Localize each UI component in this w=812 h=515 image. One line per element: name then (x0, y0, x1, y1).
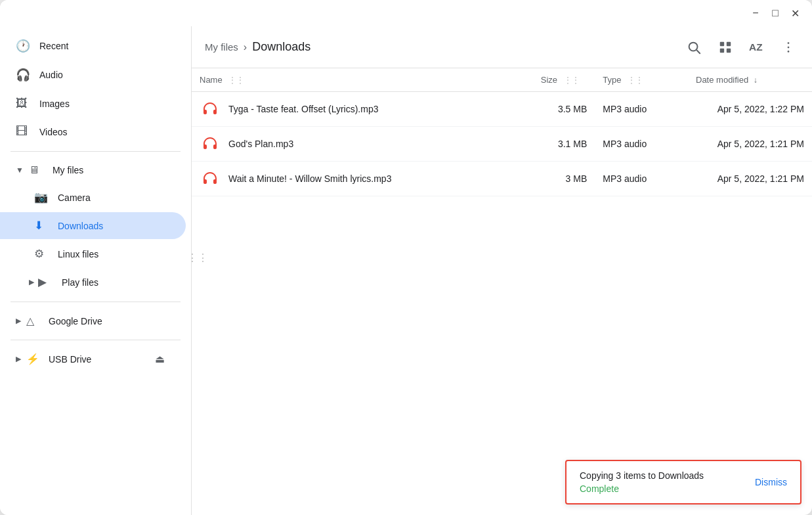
file-date: Apr 5, 2022, 1:21 PM (688, 127, 812, 162)
sidebar-item-label: Downloads (58, 221, 103, 231)
notification-message: Copying 3 items to Downloads (580, 470, 704, 481)
file-name: God's Plan.mp3 (228, 139, 293, 149)
titlebar: − □ ✕ (0, 0, 812, 26)
sidebar-item-videos[interactable]: 🎞 Videos (0, 118, 186, 145)
myfiles-icon: 🖥 (29, 164, 42, 176)
svg-point-7 (788, 42, 790, 44)
sidebar-item-images[interactable]: 🖼 Images (0, 90, 186, 117)
svg-point-8 (788, 46, 790, 48)
file-type: MP3 audio (595, 127, 688, 162)
toolbar: My files › Downloads AZ (192, 26, 812, 68)
main-content: My files › Downloads AZ (192, 26, 812, 515)
divider-1 (11, 151, 181, 152)
notification-bar: Copying 3 items to Downloads Complete Di… (565, 460, 801, 504)
svg-rect-3 (727, 41, 731, 45)
sidebar-item-usb-drive[interactable]: ▶ ⚡ USB Drive ⏏ (0, 346, 186, 372)
sort-button[interactable]: AZ (744, 34, 770, 60)
sidebar-item-recent[interactable]: 🕐 Recent (0, 32, 186, 60)
app-window: − □ ✕ 🕐 Recent 🎧 Audio 🖼 Images 🎞 Videos (0, 0, 812, 515)
close-button[interactable]: ✕ (786, 4, 804, 22)
file-table-body: Tyga - Taste feat. Offset (Lyrics).mp3 3… (192, 92, 812, 196)
file-type: MP3 audio (595, 162, 688, 196)
file-size: 3 MB (533, 162, 595, 196)
sidebar-item-label: Images (39, 99, 70, 109)
svg-text:AZ: AZ (749, 41, 763, 53)
sidebar-item-downloads[interactable]: ⬇ Downloads (0, 212, 186, 239)
svg-rect-2 (720, 41, 724, 45)
usb-icon: ⚡ (26, 353, 39, 365)
more-options-button[interactable] (775, 34, 801, 60)
sidebar-item-google-drive[interactable]: ▶ △ Google Drive (0, 308, 186, 334)
file-date: Apr 5, 2022, 1:22 PM (688, 92, 812, 127)
col-size-drag-handle[interactable]: ⋮⋮ (564, 76, 580, 85)
sidebar: 🕐 Recent 🎧 Audio 🖼 Images 🎞 Videos ▼ 🖥 M… (0, 26, 192, 515)
sort-desc-icon: ↓ (754, 76, 758, 85)
svg-rect-4 (720, 48, 724, 52)
breadcrumb-current: Downloads (252, 40, 310, 54)
table-row[interactable]: Wait a Minute! - Willow Smith lyrics.mp3… (192, 162, 812, 196)
file-name: Tyga - Taste feat. Offset (Lyrics).mp3 (228, 104, 379, 114)
recent-icon: 🕐 (16, 39, 29, 53)
sidebar-item-play-files[interactable]: ▶ ▶ Play files (0, 269, 186, 296)
svg-line-1 (697, 50, 700, 53)
sidebar-item-label: USB Drive (49, 354, 91, 365)
eject-icon[interactable]: ⏏ (155, 353, 165, 365)
file-name-cell: God's Plan.mp3 (192, 127, 533, 162)
sidebar-item-label: Recent (39, 41, 68, 51)
search-icon (687, 40, 701, 55)
table-row[interactable]: God's Plan.mp3 3.1 MB MP3 audio Apr 5, 2… (192, 127, 812, 162)
grid-view-button[interactable] (712, 34, 738, 60)
more-icon (781, 40, 796, 55)
col-header-name[interactable]: Name ⋮⋮ (192, 68, 533, 92)
file-date: Apr 5, 2022, 1:21 PM (688, 162, 812, 196)
mp3-file-icon (200, 133, 221, 154)
file-list-area: Name ⋮⋮ Size ⋮⋮ Type ⋮⋮ (192, 68, 812, 515)
breadcrumb: My files › Downloads (205, 40, 681, 54)
googledrive-icon: △ (26, 315, 39, 327)
svg-point-9 (788, 51, 790, 53)
minimize-button[interactable]: − (746, 4, 765, 22)
downloads-icon: ⬇ (34, 219, 47, 233)
sidebar-item-linux-files[interactable]: ⚙ Linux files (0, 240, 186, 267)
videos-icon: 🎞 (16, 125, 29, 139)
mp3-file-icon (200, 99, 221, 120)
sidebar-item-camera[interactable]: 📷 Camera (0, 184, 186, 211)
sidebar-item-label: Audio (39, 70, 63, 80)
maximize-button[interactable]: □ (766, 4, 784, 22)
sidebar-item-label: Play files (62, 277, 98, 288)
myfiles-expand-arrow: ▼ (16, 166, 24, 175)
file-size: 3.5 MB (533, 92, 595, 127)
col-header-type[interactable]: Type ⋮⋮ (595, 68, 688, 92)
col-type-drag-handle[interactable]: ⋮⋮ (628, 76, 643, 85)
sidebar-item-myfiles[interactable]: ▼ 🖥 My files (0, 158, 186, 183)
linux-icon: ⚙ (34, 247, 47, 261)
col-header-size[interactable]: Size ⋮⋮ (533, 68, 595, 92)
dismiss-button[interactable]: Dismiss (755, 477, 787, 487)
file-type: MP3 audio (595, 92, 688, 127)
file-name-cell: Tyga - Taste feat. Offset (Lyrics).mp3 (192, 92, 533, 127)
camera-icon: 📷 (34, 190, 47, 204)
file-size: 3.1 MB (533, 127, 595, 162)
notification-status: Complete (580, 483, 704, 494)
grid-icon (718, 40, 733, 55)
table-row[interactable]: Tyga - Taste feat. Offset (Lyrics).mp3 3… (192, 92, 812, 127)
audio-icon: 🎧 (16, 68, 29, 82)
mp3-file-icon (200, 168, 221, 189)
divider-2 (11, 302, 181, 302)
sidebar-resize-handle[interactable]: ⋮⋮ (187, 252, 208, 264)
svg-rect-5 (727, 48, 731, 52)
sidebar-item-label: Google Drive (49, 316, 102, 326)
sidebar-item-audio[interactable]: 🎧 Audio (0, 61, 186, 89)
col-header-date[interactable]: Date modified ↓ (688, 68, 812, 92)
svg-point-0 (689, 42, 698, 51)
notification-content: Copying 3 items to Downloads Complete (580, 470, 704, 494)
file-name-cell: Wait a Minute! - Willow Smith lyrics.mp3 (192, 162, 533, 196)
sidebar-item-label: Videos (39, 127, 68, 137)
breadcrumb-separator: › (244, 41, 247, 53)
usb-expand-arrow: ▶ (16, 355, 21, 363)
col-name-drag-handle[interactable]: ⋮⋮ (228, 76, 244, 85)
sort-icon: AZ (749, 40, 765, 55)
sidebar-item-label: Linux files (58, 249, 98, 259)
search-button[interactable] (681, 34, 707, 60)
breadcrumb-myfiles[interactable]: My files (205, 41, 238, 53)
